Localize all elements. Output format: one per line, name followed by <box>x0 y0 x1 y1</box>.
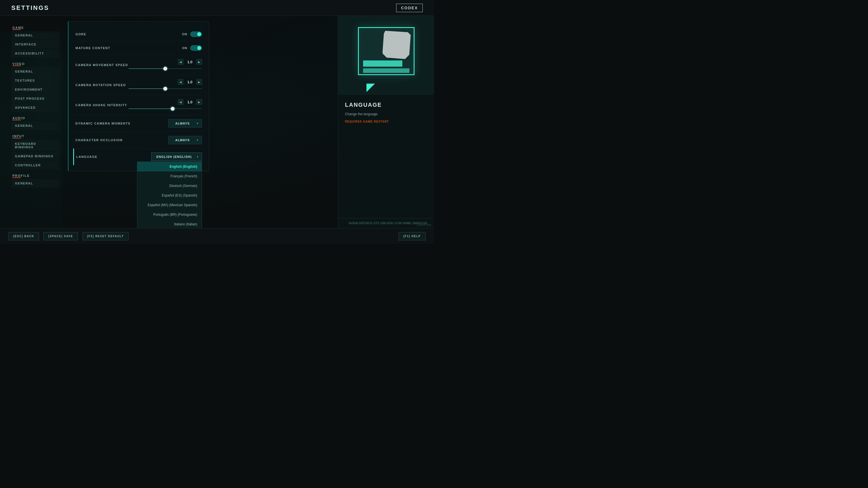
character-occlusion-row: CHARACTER OCCLUSION ALWAYS <box>75 132 202 149</box>
language-option-es-mx[interactable]: Español (MX) (Mexican Spanish) <box>137 200 202 210</box>
info-panel: LANGUAGE Change the language. REQUIRES G… <box>338 16 434 228</box>
sidebar-item-video-postprocess[interactable]: POST PROCESS <box>11 94 59 103</box>
back-button[interactable]: [ESC] BACK <box>8 232 39 240</box>
sidebar-item-game-general[interactable]: GENERAL <box>11 31 59 39</box>
sidebar-item-audio-general[interactable]: GENERAL <box>11 122 59 130</box>
dynamic-camera-moments-dropdown[interactable]: ALWAYS <box>168 119 202 128</box>
info-image <box>338 16 434 95</box>
language-control: ENGLISH (ENGLISH) English (English) Fran… <box>151 153 202 161</box>
camera-movement-speed-label: CAMERA MOVEMENT SPEED <box>75 63 128 67</box>
sidebar-item-video-advanced[interactable]: ADVANCED <box>11 103 59 112</box>
camera-movement-speed-increase[interactable]: ▶ <box>196 59 202 65</box>
mature-content-label: MATURE CONTENT <box>75 46 110 50</box>
info-warning: REQUIRES GAME RESTART <box>345 120 427 123</box>
help-button[interactable]: [F1] HELP <box>399 232 426 240</box>
sidebar-section-input: INPUT <box>11 134 62 138</box>
language-option-de[interactable]: Deutsch (German) <box>137 181 202 191</box>
lang-icon-texture <box>382 31 411 59</box>
page-title: SETTINGS <box>11 4 49 11</box>
dynamic-camera-moments-label: DYNAMIC CAMERA MOMENTS <box>75 122 130 125</box>
gore-label: GORE <box>75 32 86 36</box>
camera-shake-intensity-track[interactable] <box>129 108 202 109</box>
gore-value: ON <box>182 32 188 36</box>
settings-panel: GORE ON MATURE CONTENT ON CAMERA MOVEMEN… <box>62 16 338 228</box>
sidebar-item-video-environment[interactable]: ENVIRONMENT <box>11 85 59 94</box>
camera-shake-intensity-arrows: ◀ 1.0 ▶ <box>178 99 202 105</box>
language-option-en[interactable]: English (English) <box>137 162 202 171</box>
sidebar-section-game: GAME <box>11 26 62 29</box>
sidebar-item-game-accessibility[interactable]: ACCESSIBILITY <box>11 49 59 58</box>
camera-movement-speed-track-container <box>129 66 202 71</box>
mature-content-toggle[interactable] <box>190 45 202 51</box>
gore-toggle[interactable] <box>190 31 202 37</box>
camera-shake-intensity-fill <box>129 108 173 109</box>
sidebar-item-input-keyboard[interactable]: KEYBOARD BINDINGS <box>11 139 59 151</box>
sidebar-item-video-textures[interactable]: TEXTURES <box>11 76 59 85</box>
camera-rotation-speed-track-container <box>129 87 202 91</box>
sidebar-section-profile: PROFILE <box>11 174 62 177</box>
camera-shake-intensity-label: CAMERA SHAKE INTENSITY <box>75 103 127 107</box>
character-occlusion-dropdown[interactable]: ALWAYS <box>168 136 202 144</box>
lang-icon-tail <box>367 84 375 92</box>
sidebar-section-audio: AUDIO <box>11 116 62 120</box>
language-label: LANGUAGE <box>76 155 97 158</box>
camera-rotation-speed-control: ◀ 1.0 ▶ <box>129 79 202 91</box>
lang-icon-bar2 <box>363 68 409 73</box>
camera-rotation-speed-row: CAMERA ROTATION SPEED ◀ 1.0 ▶ <box>75 75 202 95</box>
camera-rotation-speed-thumb[interactable] <box>163 87 167 91</box>
camera-movement-speed-value: 1.0 <box>186 60 194 64</box>
header: SETTINGS CODEX <box>0 0 434 16</box>
camera-rotation-speed-track[interactable] <box>129 88 202 89</box>
lang-icon-border <box>358 27 414 75</box>
bottom-right-buttons: [F1] HELP <box>399 232 426 240</box>
language-option-es[interactable]: Español (ES) (Spanish) <box>137 191 202 200</box>
sidebar-item-video-general[interactable]: GENERAL <box>11 67 59 76</box>
camera-shake-intensity-thumb[interactable] <box>170 107 175 111</box>
bottom-bar: [ESC] BACK [SPACE] SAVE [F2] RESET DEFAU… <box>0 228 434 244</box>
save-button[interactable]: [SPACE] SAVE <box>43 232 78 240</box>
camera-rotation-speed-label: CAMERA ROTATION SPEED <box>75 83 126 87</box>
sidebar-item-input-gamepad[interactable]: GAMEPAD BINDINGS <box>11 152 59 160</box>
mature-content-toggle-control: ON <box>182 45 202 51</box>
camera-movement-speed-thumb[interactable] <box>163 67 167 71</box>
camera-rotation-speed-decrease[interactable]: ◀ <box>178 79 183 85</box>
camera-shake-intensity-row: CAMERA SHAKE INTENSITY ◀ 1.0 ▶ <box>75 95 202 115</box>
camera-shake-intensity-value: 1.0 <box>186 100 194 104</box>
gore-toggle-control: ON <box>182 31 202 37</box>
settings-box: GORE ON MATURE CONTENT ON CAMERA MOVEMEN… <box>68 22 209 171</box>
camera-movement-speed-control: ◀ 1.0 ▶ <box>129 59 202 71</box>
camera-movement-speed-arrows: ◀ 1.0 ▶ <box>178 59 202 65</box>
camera-rotation-speed-value: 1.0 <box>186 80 194 84</box>
language-option-it[interactable]: Italiano (Italian) <box>137 220 202 229</box>
camera-shake-intensity-increase[interactable]: ▶ <box>196 99 202 105</box>
character-occlusion-label: CHARACTER OCCLUSION <box>75 138 123 142</box>
reset-default-button[interactable]: [F2] RESET DEFAULT <box>83 232 129 240</box>
camera-rotation-speed-increase[interactable]: ▶ <box>196 79 202 85</box>
gore-row: GORE ON <box>75 27 202 41</box>
camera-shake-intensity-decrease[interactable]: ◀ <box>178 99 183 105</box>
mature-content-value: ON <box>182 46 188 50</box>
info-description: Change the language. <box>345 111 427 117</box>
watermark: 土拨鼠手游网 <box>416 223 431 227</box>
sidebar-item-profile-general[interactable]: GENERAL <box>11 179 59 188</box>
sidebar-item-game-interface[interactable]: INTERFACE <box>11 40 59 48</box>
lang-icon-bar1 <box>363 60 402 67</box>
main-content: GAME GENERAL INTERFACE ACCESSIBILITY VID… <box>0 16 434 228</box>
camera-movement-speed-track[interactable] <box>129 68 202 69</box>
camera-movement-speed-row: CAMERA MOVEMENT SPEED ◀ 1.0 ▶ <box>75 55 202 75</box>
codex-badge: CODEX <box>396 4 423 12</box>
camera-movement-speed-decrease[interactable]: ◀ <box>178 59 183 65</box>
language-option-pt-br[interactable]: Português (BR) (Portuguese) <box>137 210 202 220</box>
language-icon <box>358 27 414 84</box>
language-option-fr[interactable]: Français (French) <box>137 171 202 181</box>
dynamic-camera-moments-row: DYNAMIC CAMERA MOMENTS ALWAYS <box>75 115 202 132</box>
sidebar: GAME GENERAL INTERFACE ACCESSIBILITY VID… <box>0 16 62 228</box>
sidebar-item-input-controller[interactable]: CONTROLLER <box>11 161 59 169</box>
language-dropdown-btn[interactable]: ENGLISH (ENGLISH) <box>151 153 202 161</box>
camera-shake-intensity-track-container <box>129 106 202 111</box>
camera-movement-speed-fill <box>129 68 165 69</box>
language-row: LANGUAGE ENGLISH (ENGLISH) English (Engl… <box>73 149 202 165</box>
info-content: LANGUAGE Change the language. REQUIRES G… <box>338 95 434 218</box>
character-occlusion-control: ALWAYS <box>168 136 202 144</box>
camera-shake-intensity-control: ◀ 1.0 ▶ <box>129 99 202 111</box>
